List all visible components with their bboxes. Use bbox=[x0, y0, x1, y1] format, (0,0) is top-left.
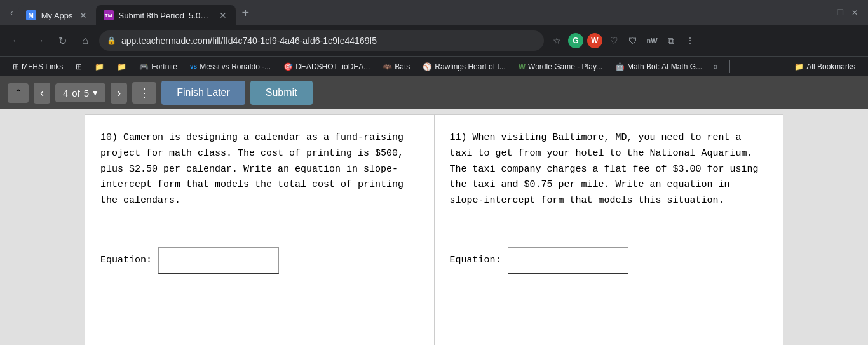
security-icon: 🔒 bbox=[107, 36, 116, 45]
bookmark-wordle[interactable]: W Wordle Game - Play... bbox=[513, 59, 607, 74]
heart-icon[interactable]: ♡ bbox=[606, 33, 621, 48]
new-tab-button[interactable]: + bbox=[236, 0, 256, 25]
question-10-input[interactable] bbox=[158, 247, 279, 274]
question-10-text: 10) Cameron is designing a calendar as a… bbox=[100, 130, 419, 209]
more-bookmarks-button[interactable]: » bbox=[710, 62, 722, 71]
refresh-button[interactable]: ↻ bbox=[53, 32, 71, 50]
myapps-favicon: M bbox=[26, 10, 36, 20]
url-text: app.teachermade.com/fill/ffd4c740-1cf9-4… bbox=[121, 36, 536, 46]
folder1-icon: 📁 bbox=[95, 62, 104, 71]
tm-favicon: TM bbox=[104, 10, 114, 20]
bookmarks-bar: ⊞ MFHS Links ⊞ 📁 📁 🎮 Fortnite vs Messi v… bbox=[0, 56, 868, 76]
bookmark-wordle-label: Wordle Game - Play... bbox=[528, 62, 602, 71]
question-10-equation-area: Equation: bbox=[100, 247, 419, 274]
address-bar: ← → ↻ ⌂ 🔒 app.teachermade.com/fill/ffd4c… bbox=[0, 25, 868, 56]
prev-icon: ‹ bbox=[40, 86, 44, 99]
submit-button[interactable]: Submit bbox=[250, 81, 313, 105]
more-icon: ⋮ bbox=[139, 86, 150, 99]
mathbot-icon: 🤖 bbox=[615, 62, 625, 71]
star-icon[interactable]: ☆ bbox=[549, 33, 564, 48]
all-bookmarks-button[interactable]: 📁 All Bookmarks bbox=[789, 62, 860, 71]
tab-my-apps[interactable]: M My Apps ✕ bbox=[18, 5, 96, 25]
bookmark-deadshot-label: DEADSHOT .ioDEA... bbox=[295, 62, 370, 71]
bookmark-fortnite[interactable]: 🎮 Fortnite bbox=[134, 59, 182, 74]
question-11: 11) When visiting Baltimore, MD, you nee… bbox=[435, 115, 783, 345]
bookmarks-separator bbox=[729, 60, 730, 73]
collapse-icon: ⌃ bbox=[14, 88, 22, 98]
question-11-equation-label: Equation: bbox=[450, 253, 501, 268]
bookmark-messi[interactable]: vs Messi vs Ronaldo -... bbox=[185, 59, 276, 74]
bookmark-rawlings-label: Rawlings Heart of t... bbox=[435, 62, 505, 71]
page-of: of bbox=[72, 88, 80, 98]
folder2-icon: 📁 bbox=[117, 62, 126, 71]
tab-myapps-label: My Apps bbox=[41, 11, 73, 20]
tab-teachermade[interactable]: TM Submit 8th Period_5.06 Mixed... ✕ bbox=[96, 5, 236, 25]
bookmark-apps[interactable]: ⊞ MFHS Links bbox=[8, 59, 68, 74]
assignment-toolbar: ⌃ ‹ 4 of 5 ▾ › ⋮ Finish Later Submit bbox=[0, 76, 868, 109]
tab-scroll-left[interactable]: ‹ bbox=[5, 0, 18, 25]
bookmark-rawlings[interactable]: ⚾ Rawlings Heart of t... bbox=[417, 59, 510, 74]
finish-later-button[interactable]: Finish Later bbox=[161, 81, 245, 105]
tab-tm-close[interactable]: ✕ bbox=[218, 10, 228, 20]
bookmark-deadshot[interactable]: 🎯 DEADSHOT .ioDEA... bbox=[278, 59, 375, 74]
ms-icon[interactable]: W bbox=[587, 33, 602, 48]
wordle-icon: W bbox=[519, 62, 526, 71]
question-11-input[interactable] bbox=[508, 247, 628, 274]
tab-tm-label: Submit 8th Period_5.06 Mixed... bbox=[119, 11, 213, 20]
folder-icon: 📁 bbox=[794, 62, 804, 71]
bookmark-mathbot-label: Math Bot: AI Math G... bbox=[627, 62, 702, 71]
next-page-button[interactable]: › bbox=[111, 83, 127, 104]
bookmark-grid[interactable]: ⊞ bbox=[71, 59, 87, 74]
fortnite-icon: 🎮 bbox=[139, 62, 149, 71]
next-icon: › bbox=[117, 86, 121, 99]
prev-page-button[interactable]: ‹ bbox=[34, 83, 50, 104]
question-11-equation-area: Equation: bbox=[450, 247, 768, 274]
bookmark-folder2[interactable]: 📁 bbox=[112, 59, 132, 74]
collapse-button[interactable]: ⌃ bbox=[8, 83, 29, 103]
page-total: 5 bbox=[84, 88, 89, 98]
question-11-text: 11) When visiting Baltimore, MD, you nee… bbox=[450, 130, 768, 209]
shield-icon[interactable]: 🛡 bbox=[625, 33, 641, 48]
back-button[interactable]: ← bbox=[8, 32, 25, 50]
bookmark-bats[interactable]: 🦇 Bats bbox=[377, 59, 415, 74]
quiz-area: 10) Cameron is designing a calendar as a… bbox=[85, 114, 783, 345]
deadshot-icon: 🎯 bbox=[283, 62, 293, 71]
tab-myapps-close[interactable]: ✕ bbox=[78, 10, 88, 20]
maximize-button[interactable]: ❐ bbox=[837, 8, 844, 17]
rawlings-icon: ⚾ bbox=[423, 62, 432, 71]
close-button[interactable]: ✕ bbox=[851, 8, 858, 17]
nw-icon[interactable]: nW bbox=[644, 33, 660, 48]
bookmark-folder1[interactable]: 📁 bbox=[90, 59, 109, 74]
url-bar[interactable]: 🔒 app.teachermade.com/fill/ffd4c740-1cf9… bbox=[99, 30, 544, 51]
more-options-button[interactable]: ⋮ bbox=[132, 82, 156, 104]
page-content: ⌃ ‹ 4 of 5 ▾ › ⋮ Finish Later Submit 10)… bbox=[0, 76, 868, 345]
bookmark-mathbot[interactable]: 🤖 Math Bot: AI Math G... bbox=[610, 59, 707, 74]
grid-icon: ⊞ bbox=[76, 62, 82, 71]
page-current: 4 bbox=[63, 88, 68, 98]
dropdown-icon: ▾ bbox=[93, 87, 98, 98]
grammarly-icon[interactable]: G bbox=[568, 33, 583, 48]
bookmark-messi-label: Messi vs Ronaldo -... bbox=[200, 62, 271, 71]
window-controls: ─ ❐ ✕ bbox=[824, 8, 863, 17]
bats-icon: 🦇 bbox=[383, 62, 392, 71]
tab-bar: ‹ M My Apps ✕ TM Submit 8th Period_5.06 … bbox=[0, 0, 868, 25]
all-bookmarks-label: All Bookmarks bbox=[806, 62, 855, 71]
menu-icon[interactable]: ⋮ bbox=[682, 33, 698, 48]
bookmark-bats-label: Bats bbox=[395, 62, 410, 71]
forward-button[interactable]: → bbox=[31, 32, 48, 50]
page-counter[interactable]: 4 of 5 ▾ bbox=[55, 83, 105, 102]
apps-icon: ⊞ bbox=[13, 62, 19, 71]
extensions-icon[interactable]: ⧉ bbox=[663, 33, 679, 48]
bookmark-apps-label: MFHS Links bbox=[22, 62, 63, 71]
messi-icon: vs bbox=[190, 63, 197, 70]
home-button[interactable]: ⌂ bbox=[76, 32, 94, 50]
bookmark-fortnite-label: Fortnite bbox=[151, 62, 177, 71]
page-wrapper: 10) Cameron is designing a calendar as a… bbox=[0, 109, 868, 345]
minimize-button[interactable]: ─ bbox=[824, 8, 829, 17]
question-10-equation-label: Equation: bbox=[100, 253, 152, 268]
question-10: 10) Cameron is designing a calendar as a… bbox=[85, 115, 435, 345]
address-icons: ☆ G W ♡ 🛡 nW ⧉ ⋮ bbox=[549, 33, 698, 48]
